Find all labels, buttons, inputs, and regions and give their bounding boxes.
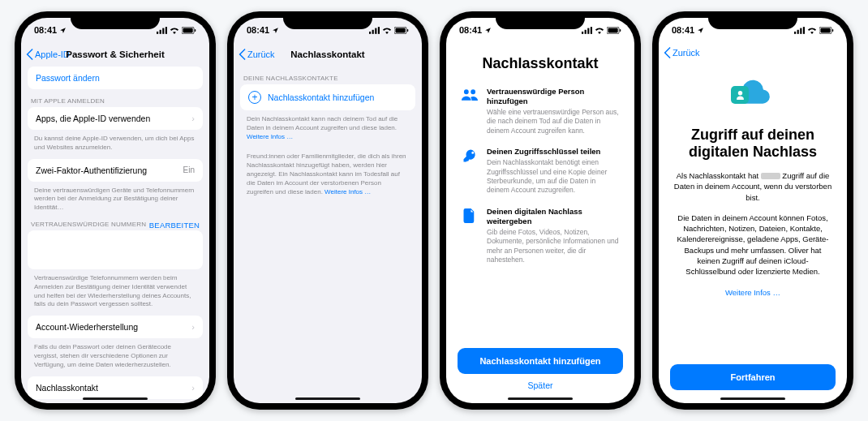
label: Nachlasskontakt <box>36 383 98 393</box>
phone-legacy-access: 08:41 Zurück Z <box>652 11 853 410</box>
feature-trusted-person: Vertrauenswürdige Person hinzufügen Wähl… <box>461 87 620 135</box>
signal-icon <box>794 27 805 34</box>
svg-rect-16 <box>587 28 589 33</box>
account-recovery-row[interactable]: Account-Wiederherstellung › <box>28 316 203 338</box>
section-header-contacts: DEINE NACHLASSKONTAKTE <box>243 75 412 82</box>
notch <box>71 11 160 29</box>
screen: 08:41 Nachlasskontakt Vertrauenswürdige … <box>446 18 634 403</box>
svg-rect-10 <box>378 27 380 34</box>
trusted-numbers-card[interactable] <box>28 230 203 269</box>
hero-title: Nachlasskontakt <box>461 55 620 72</box>
more-info-link[interactable]: Weitere Infos … <box>324 188 371 195</box>
feature-heading: Deinen Zugriffsschlüssel teilen <box>487 147 620 157</box>
document-icon <box>461 207 479 265</box>
content[interactable]: Zugriff auf deinen digitalen Nachlass Al… <box>659 63 847 356</box>
back-button[interactable]: Zurück <box>664 47 700 58</box>
add-legacy-contact-row[interactable]: + Nachlasskontakt hinzufügen <box>240 84 415 110</box>
trusted-note: Vertrauenswürdige Telefonnummern werden … <box>34 274 196 309</box>
svg-rect-27 <box>832 29 833 32</box>
signal-icon <box>369 27 380 34</box>
location-icon <box>697 27 704 34</box>
recovery-card: Account-Wiederherstellung › <box>28 316 203 338</box>
status-time: 08:41 <box>459 25 492 35</box>
home-indicator <box>720 397 785 401</box>
svg-rect-23 <box>800 28 801 33</box>
legacy-contact-row[interactable]: Nachlasskontakt › <box>28 376 203 399</box>
svg-rect-6 <box>195 29 196 32</box>
svg-rect-22 <box>797 29 799 33</box>
svg-rect-8 <box>372 29 374 33</box>
content[interactable]: DEINE NACHLASSKONTAKTE + Nachlasskontakt… <box>234 67 422 403</box>
phone-legacy-list: 08:41 Zurück Nachlasskontakt DEINE NACHL… <box>227 11 428 410</box>
feature-body: Dein Nachlasskontakt benötigt einen Zugr… <box>487 158 620 195</box>
add-contact-card: + Nachlasskontakt hinzufügen <box>240 84 415 110</box>
screen: 08:41 Zurück Z <box>659 18 847 403</box>
nav-bar: Apple-ID Passwort & Sicherheit <box>21 42 209 67</box>
label: Zwei-Faktor-Authentifizierung <box>36 165 147 175</box>
legacy-icon <box>734 78 771 115</box>
svg-rect-5 <box>183 28 192 32</box>
twofa-note: Deine vertrauenswürdigen Geräte und Tele… <box>34 187 196 213</box>
twofa-row[interactable]: Zwei-Faktor-Authentifizierung Ein <box>28 159 203 182</box>
feature-body: Wähle eine vertrauenswürdige Person aus,… <box>487 108 620 135</box>
add-contact-note: Dein Nachlasskontakt kann nach deinem To… <box>247 115 409 141</box>
more-info-link[interactable]: Weitere Infos … <box>673 287 832 298</box>
section-header-signin: MIT APPLE ANMELDEN <box>31 97 200 105</box>
feature-body: Gib deine Fotos, Videos, Notizen, Dokume… <box>487 228 620 265</box>
plus-icon: + <box>248 91 261 104</box>
back-label: Zurück <box>247 49 275 59</box>
feature-share-key: Deinen Zugriffsschlüssel teilen Dein Nac… <box>461 147 620 195</box>
battery-icon <box>819 27 834 34</box>
change-password-row[interactable]: Passwort ändern <box>28 67 203 89</box>
label: Passwort ändern <box>36 73 100 83</box>
continue-button[interactable]: Fortfahren <box>670 364 836 390</box>
status-time: 08:41 <box>34 25 67 35</box>
home-indicator <box>83 397 148 401</box>
wifi-icon <box>382 27 392 34</box>
svg-rect-19 <box>608 28 617 32</box>
svg-rect-0 <box>157 31 158 33</box>
svg-rect-17 <box>591 27 592 34</box>
value: Ein <box>183 165 195 174</box>
screen: 08:41 Apple-ID Passwort & Sicherheit Pas… <box>21 18 209 403</box>
more-info-link[interactable]: Weitere Infos … <box>247 133 293 140</box>
svg-rect-13 <box>407 29 408 32</box>
feature-heading: Deinen digitalen Nachlass weitergeben <box>487 207 620 226</box>
status-time: 08:41 <box>672 25 704 35</box>
chevron-left-icon <box>238 49 246 60</box>
battery-icon <box>394 27 409 34</box>
twofa-card: Zwei-Faktor-Authentifizierung Ein <box>28 159 203 182</box>
status-icons <box>582 27 621 34</box>
label: VERTRAUENSWÜRDIGE NUMMERN <box>31 221 146 228</box>
svg-rect-20 <box>620 29 621 32</box>
signal-icon <box>157 27 167 34</box>
later-link[interactable]: Später <box>458 380 623 390</box>
redacted-name <box>761 173 780 179</box>
section-header-trusted: VERTRAUENSWÜRDIGE NUMMERN Bearbeiten <box>31 221 200 228</box>
battery-icon <box>607 27 621 34</box>
content[interactable]: Nachlasskontakt Vertrauenswürdige Person… <box>446 42 634 340</box>
body-paragraph-1: Als Nachlasskontakt hat Zugriff auf die … <box>673 170 832 203</box>
svg-rect-15 <box>585 29 587 33</box>
add-legacy-contact-button[interactable]: Nachlasskontakt hinzufügen <box>458 348 623 374</box>
location-icon <box>272 27 279 34</box>
back-button[interactable]: Apple-ID <box>26 49 70 60</box>
svg-rect-24 <box>803 27 805 34</box>
edit-link[interactable]: Bearbeiten <box>149 221 200 230</box>
nav-bar: Zurück Nachlasskontakt <box>234 42 422 67</box>
recovery-note: Falls du dein Passwort oder deinen Gerät… <box>34 343 196 369</box>
chevron-left-icon <box>664 47 671 58</box>
chevron-right-icon: › <box>191 322 195 332</box>
chevron-right-icon: › <box>191 114 195 123</box>
svg-rect-3 <box>165 27 167 34</box>
label: Account-Wiederherstellung <box>36 322 138 332</box>
feature-heading: Vertrauenswürdige Person hinzufügen <box>487 87 620 106</box>
change-password-card: Passwort ändern <box>28 67 203 89</box>
apps-using-appleid-row[interactable]: Apps, die Apple-ID verwenden › <box>28 107 203 130</box>
chevron-left-icon <box>26 49 33 60</box>
apps-note: Du kannst deine Apple-ID verwenden, um d… <box>34 135 196 153</box>
status-icons <box>157 27 196 34</box>
back-button[interactable]: Zurück <box>238 49 275 60</box>
content[interactable]: Passwort ändern MIT APPLE ANMELDEN Apps,… <box>21 67 209 403</box>
legacy-card: Nachlasskontakt › <box>28 376 203 399</box>
